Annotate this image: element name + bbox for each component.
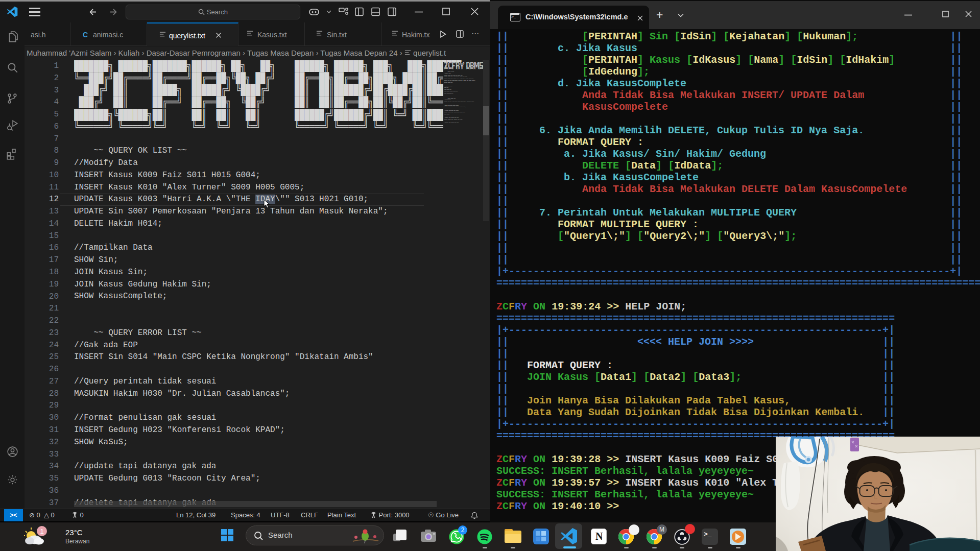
svg-text:1: 1 [40, 528, 43, 535]
